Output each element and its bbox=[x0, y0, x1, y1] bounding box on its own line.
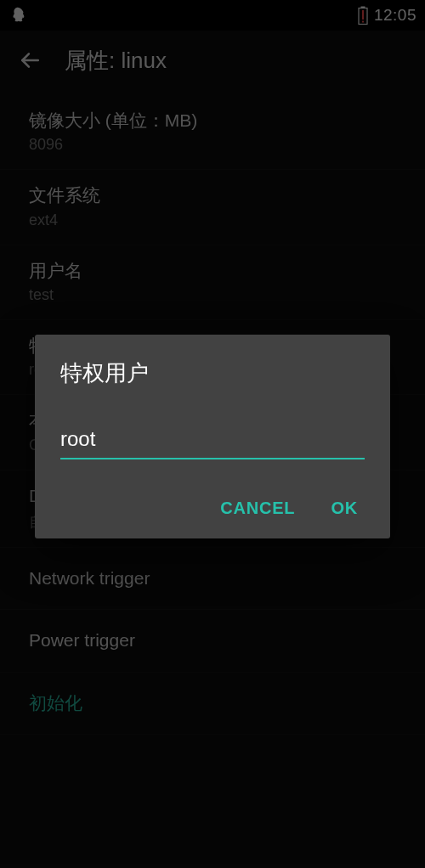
dialog-title: 特权用户 bbox=[35, 335, 390, 397]
privileged-user-input[interactable] bbox=[60, 426, 365, 459]
privileged-user-dialog: 特权用户 CANCEL OK bbox=[35, 335, 390, 538]
ok-button[interactable]: OK bbox=[331, 499, 358, 518]
cancel-button[interactable]: CANCEL bbox=[220, 499, 295, 518]
dialog-actions: CANCEL OK bbox=[35, 459, 390, 538]
